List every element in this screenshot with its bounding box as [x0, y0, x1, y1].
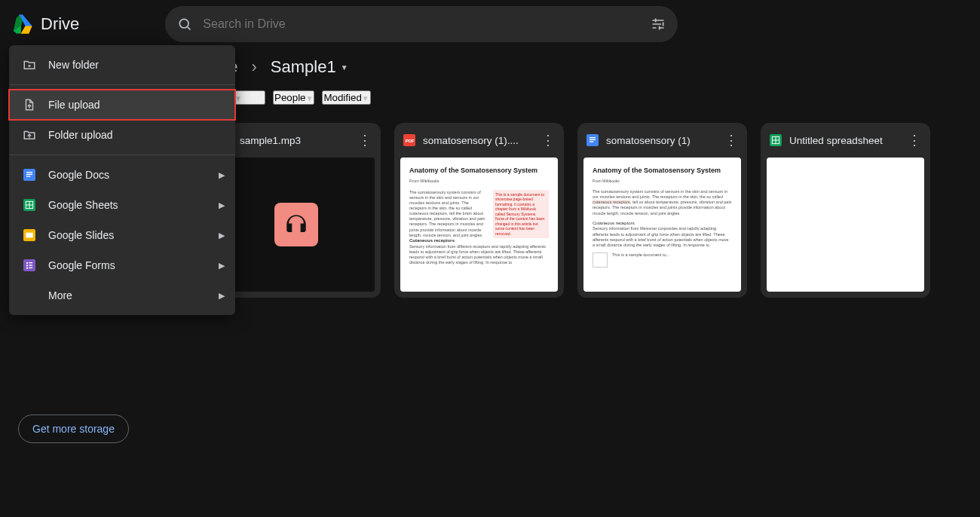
gforms-icon: [23, 258, 36, 272]
file-name: Untitled spreadsheet: [789, 135, 900, 146]
breadcrumb: rive › Sample1 ▼: [211, 57, 965, 77]
svg-rect-25: [26, 174, 32, 175]
more-actions-icon[interactable]: ⋮: [724, 132, 738, 148]
gsheet-icon: [23, 198, 36, 212]
caret-down-icon: ▼: [234, 94, 242, 102]
file-upload-icon: [23, 98, 36, 112]
svg-rect-32: [26, 233, 32, 238]
chip-label: People: [274, 92, 306, 103]
svg-line-5: [188, 27, 191, 30]
search-bar[interactable]: [165, 6, 678, 42]
file-thumbnail: Anatomy of the Somatosensory System From…: [583, 158, 741, 292]
product-name: Drive: [41, 14, 79, 34]
file-name: somatosensory (1): [606, 135, 717, 146]
filter-chips: ▼ People▼ Modified▼: [211, 90, 965, 105]
file-thumbnail: Anatomy of the Somatosensory System From…: [400, 158, 558, 292]
svg-point-4: [180, 19, 189, 28]
menu-item-more[interactable]: More ▶: [9, 280, 235, 311]
breadcrumb-current[interactable]: Sample1 ▼: [271, 57, 348, 77]
chevron-right-icon: ›: [251, 57, 256, 77]
svg-rect-36: [26, 265, 28, 266]
svg-rect-26: [26, 176, 30, 176]
gdoc-file-icon: [586, 134, 599, 146]
breadcrumb-current-label: Sample1: [271, 57, 336, 77]
caret-down-icon: ▼: [362, 94, 369, 102]
file-thumbnail: [767, 158, 924, 292]
svg-rect-38: [26, 268, 28, 269]
file-card[interactable]: somatosensory (1) ⋮ Anatomy of the Somat…: [577, 123, 747, 298]
menu-separator: [9, 84, 235, 85]
menu-item-label: Google Docs: [48, 169, 109, 181]
menu-item-folder-upload[interactable]: Folder upload: [9, 120, 235, 150]
new-menu-popup: New folder File upload Folder upload Goo…: [9, 45, 235, 315]
submenu-caret-icon: ▶: [219, 231, 225, 240]
logo-area[interactable]: Drive: [12, 14, 79, 35]
pdf-file-icon: PDF: [403, 134, 415, 146]
doc-preview-title: Anatomy of the Somatosensory System: [409, 167, 549, 176]
menu-separator: [9, 154, 235, 155]
submenu-caret-icon: ▶: [219, 261, 225, 271]
menu-item-google-sheets[interactable]: Google Sheets ▶: [9, 190, 235, 220]
header: Drive: [0, 0, 980, 48]
search-input[interactable]: [203, 17, 640, 31]
svg-rect-39: [29, 268, 32, 268]
menu-item-label: Google Slides: [48, 229, 114, 241]
filter-chip-modified[interactable]: Modified▼: [322, 90, 370, 105]
file-thumbnail: [217, 158, 375, 292]
get-storage-button[interactable]: Get more storage: [18, 415, 129, 443]
menu-item-google-docs[interactable]: Google Docs ▶: [9, 160, 235, 190]
new-folder-icon: [23, 58, 36, 72]
svg-rect-35: [29, 262, 32, 263]
chip-label: Modified: [323, 92, 361, 103]
search-options-icon[interactable]: [651, 17, 666, 32]
menu-item-google-slides[interactable]: Google Slides ▶: [9, 220, 235, 250]
more-actions-icon[interactable]: ⋮: [908, 132, 921, 148]
submenu-caret-icon: ▶: [219, 200, 225, 210]
submenu-caret-icon: ▶: [219, 291, 225, 301]
svg-text:PDF: PDF: [406, 139, 415, 143]
svg-rect-37: [29, 265, 32, 265]
caret-down-icon: ▼: [306, 94, 314, 102]
svg-rect-24: [26, 172, 32, 173]
menu-item-label: Folder upload: [48, 129, 113, 141]
menu-item-label: Google Sheets: [48, 199, 118, 211]
menu-item-label: New folder: [48, 59, 99, 71]
more-actions-icon[interactable]: ⋮: [358, 132, 372, 148]
svg-rect-13: [590, 139, 596, 140]
drive-logo-icon: [12, 14, 33, 35]
folder-upload-icon: [23, 128, 36, 142]
file-card[interactable]: Untitled spreadsheet ⋮: [761, 123, 930, 298]
main-content: rive › Sample1 ▼ ▼ People▼ Modified▼ sam…: [196, 48, 980, 517]
search-icon: [177, 17, 192, 32]
menu-item-google-forms[interactable]: Google Forms ▶: [9, 250, 235, 280]
menu-item-label: File upload: [48, 99, 100, 111]
file-grid: sample1.mp3 ⋮ PDF somatosensory (1).... …: [211, 123, 965, 298]
more-actions-icon[interactable]: ⋮: [541, 132, 555, 148]
blank-icon: [23, 289, 36, 302]
doc-preview-title: Anatomy of the Somatosensory System: [593, 167, 732, 176]
menu-item-label: Google Forms: [48, 259, 115, 271]
svg-rect-12: [590, 137, 596, 138]
file-card[interactable]: PDF somatosensory (1).... ⋮ Anatomy of t…: [394, 123, 564, 298]
headphones-icon: [283, 212, 309, 237]
menu-item-file-upload[interactable]: File upload: [9, 90, 235, 120]
file-name: sample1.mp3: [240, 135, 351, 146]
filter-chip-people[interactable]: People▼: [273, 90, 314, 105]
gdoc-icon: [23, 168, 36, 182]
caret-down-icon: ▼: [341, 63, 348, 72]
svg-rect-14: [590, 141, 593, 142]
menu-item-label: More: [48, 289, 72, 301]
menu-item-new-folder[interactable]: New folder: [9, 50, 235, 80]
svg-rect-34: [26, 262, 28, 264]
gslides-icon: [23, 228, 36, 242]
file-card[interactable]: sample1.mp3 ⋮: [211, 123, 381, 298]
gsheet-file-icon: [770, 134, 782, 146]
file-name: somatosensory (1)....: [423, 135, 534, 146]
submenu-caret-icon: ▶: [219, 170, 225, 180]
svg-marker-2: [21, 26, 32, 34]
